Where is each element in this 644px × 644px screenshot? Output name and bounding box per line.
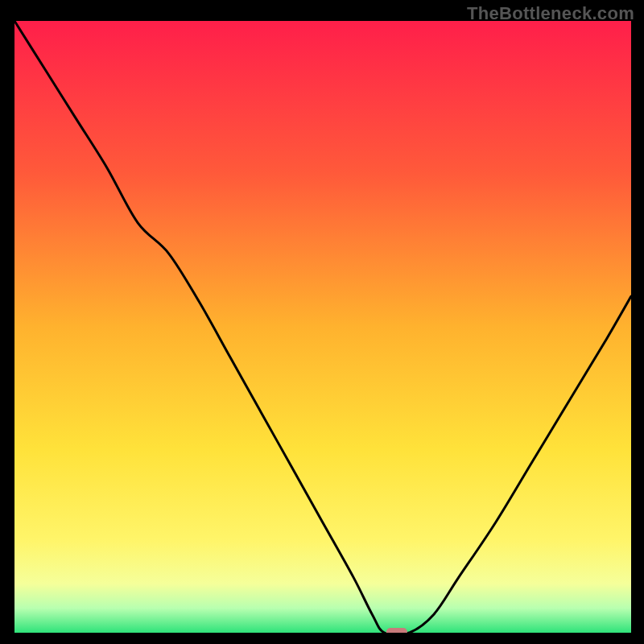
chart-stage: TheBottleneck.com — [0, 0, 644, 644]
bottleneck-plot — [14, 21, 631, 633]
optimum-marker — [386, 628, 407, 633]
gradient-panel — [14, 21, 631, 633]
watermark-text: TheBottleneck.com — [467, 3, 634, 24]
